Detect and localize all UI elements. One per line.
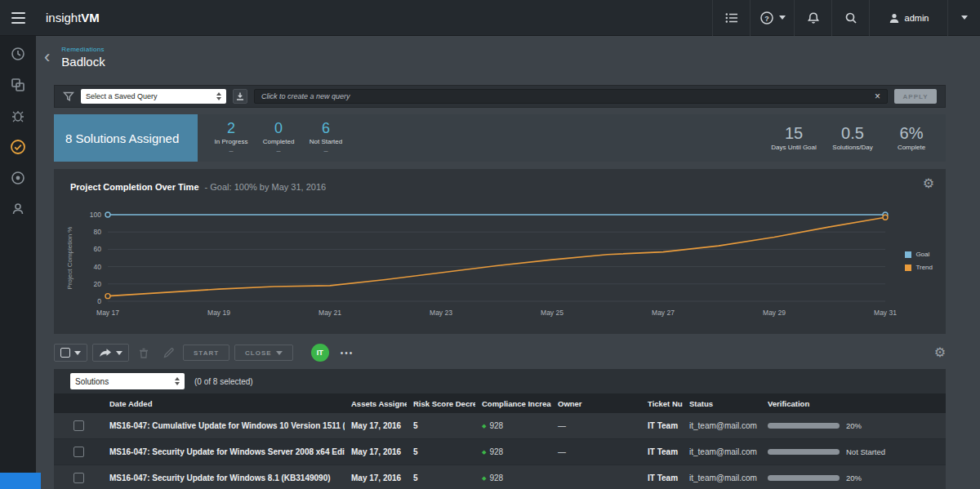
svg-text:May 27: May 27 [652,309,675,317]
row-checkbox[interactable] [74,447,84,457]
more-options-icon[interactable]: ••• [341,349,354,358]
solutions-assigned-tile[interactable]: 8 Solutions Assigned [54,114,198,162]
chart-legend: GoalTrend [905,251,933,271]
svg-text:May 21: May 21 [318,309,341,317]
stat-label: Not Started [310,138,342,145]
cell-risk-score: ◆928 [475,439,551,465]
status-label: Not Started [846,447,885,456]
breadcrumb-section[interactable]: Remediations [61,46,105,53]
column-header[interactable]: Ticket Number [641,393,683,413]
column-header[interactable]: Risk Score Decrease [407,393,475,413]
sidebar-item-dashboards[interactable] [10,77,26,93]
brand-insight: insight [46,11,81,24]
select-all-dropdown[interactable] [54,344,87,362]
saved-query-value: Select a Saved Query [86,92,158,100]
svg-text:60: 60 [94,245,102,253]
column-header[interactable]: Date Added [103,393,345,413]
select-arrows-icon [216,92,221,100]
owner-avatar[interactable]: IT [311,344,329,362]
stat-value: 0.5 [841,125,864,141]
svg-text:100: 100 [90,211,101,219]
start-button[interactable]: START [183,345,229,361]
status-progress-bar [768,475,840,481]
pencil-icon [163,348,174,358]
goal-stats: 15Days Until Goal0.5Solutions/Day6%Compl… [764,114,941,162]
row-checkbox[interactable] [74,473,84,483]
row-checkbox-cell [54,413,103,438]
stat-label: In Progress [215,138,248,145]
sidebar-item-history[interactable] [10,46,26,62]
stat-item: 6Not Started– [302,114,350,162]
stat-item: 0Completed– [255,114,302,162]
cell-status: Not Started [761,439,894,465]
cell-ticket: it_team@mail.com [683,439,761,465]
chart-settings-gear-icon[interactable]: ⚙ [923,177,934,190]
stat-label: Complete [898,144,925,151]
notifications-button[interactable] [794,0,831,36]
list-button[interactable] [712,0,750,36]
column-header[interactable]: Assets Assigned [345,393,407,413]
risk-marker-icon: ◆ [482,475,486,482]
bell-icon [807,11,820,24]
cell-status: 20% [761,413,894,438]
table-settings-gear-icon[interactable]: ⚙ [934,346,946,359]
cell-solution: MS16-047: Security Update for Windows 8.… [103,465,345,489]
stat-value: 6 [322,121,330,136]
search-button[interactable] [831,0,869,36]
svg-text:May 25: May 25 [541,309,564,317]
apply-button[interactable]: APPLY [894,89,937,104]
close-label: CLOSE [245,349,272,357]
list-icon [725,12,738,24]
column-header[interactable]: Owner [551,393,641,413]
search-icon [844,11,858,24]
stat-label: Completed [263,138,295,145]
chevron-down-icon [961,16,968,20]
save-query-icon [235,91,245,101]
close-dropdown[interactable]: CLOSE [234,345,293,361]
sidebar-item-goals[interactable] [10,170,26,186]
risk-value: 928 [489,473,503,482]
sidebar-item-threats[interactable] [10,108,26,124]
column-header[interactable]: Verification [761,393,894,413]
column-header[interactable]: Status [683,393,761,413]
chart-subtitle-text: - Goal: 100% by May 31, 2016 [205,182,327,192]
person-icon [889,12,900,24]
quick-launch-button[interactable] [0,473,41,489]
chart-title: Project Completion Over Time - Goal: 100… [70,182,326,192]
sidebar-item-support[interactable] [10,201,26,217]
user-menu[interactable]: admin [869,0,947,36]
stat-value: 2 [227,121,235,136]
row-checkbox[interactable] [74,420,84,431]
column-header[interactable] [54,393,103,413]
chart-title-text: Project Completion Over Time [70,182,199,192]
cell-ticket: it_team@mail.com [683,465,761,489]
help-button[interactable]: ? [750,0,794,36]
clear-query-icon[interactable]: × [875,91,880,101]
sidebar-item-remediation-projects[interactable] [10,139,26,155]
brand-logo: insightVM [46,11,100,24]
table-filter-select[interactable]: Solutions [70,373,185,389]
svg-text:80: 80 [94,228,102,236]
back-chevron-icon[interactable]: ‹ [44,48,50,66]
assign-dropdown[interactable] [92,344,129,362]
query-input[interactable]: Click to create a new query × [254,89,888,104]
user-menu-expander[interactable] [947,0,980,36]
table-row[interactable]: MS16-047: Security Update for Windows Se… [54,439,946,465]
legend-swatch [905,251,911,258]
row-checkbox-cell [54,465,103,489]
svg-text:Project Completion %: Project Completion % [66,227,74,290]
row-checkbox-cell [54,439,103,465]
cell-date-added: May 17, 2016 [345,413,407,438]
brand-vm: VM [81,11,100,24]
top-bar: insightVM ? admin [0,0,980,36]
left-nav-sidebar [0,36,36,473]
edit-button[interactable] [158,344,178,362]
table-row[interactable]: MS16-047: Cumulative Update for Windows … [54,413,946,439]
save-query-button[interactable] [233,89,247,104]
delete-button[interactable] [134,344,154,362]
hamburger-menu-icon[interactable] [0,0,36,36]
svg-text:May 17: May 17 [96,309,119,317]
table-row[interactable]: MS16-047: Security Update for Windows 8.… [54,465,946,489]
column-header[interactable]: Compliance Increase [475,393,551,413]
saved-query-select[interactable]: Select a Saved Query [81,89,226,104]
